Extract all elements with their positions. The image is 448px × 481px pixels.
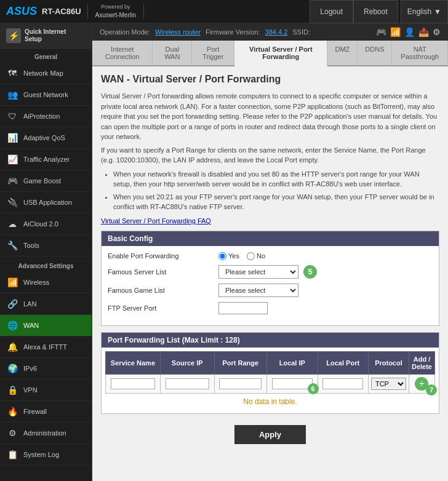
lan-icon: 🔗 [6,298,18,310]
sidebar-item-label: Administration [23,429,66,437]
sidebar-item-firewall[interactable]: 🔥 Firewall [0,401,92,423]
page-content: WAN - Virtual Server / Port Forwarding V… [92,66,448,456]
sidebar-item-usb-application[interactable]: 🔌 USB Application [0,192,92,213]
sidebar-item-game-boost[interactable]: 🎮 Game Boost [0,170,92,192]
gamepad-icon: 🎮 [376,27,386,37]
operation-mode-label: Operation Mode: [100,28,150,36]
wifi-icon: 📶 [390,27,401,37]
settings-icon: ⚙ [433,27,441,37]
sidebar-item-traffic-analyzer[interactable]: 📈 Traffic Analyzer [0,149,92,170]
apply-button-row: Apply [101,420,439,449]
no-radio-label[interactable]: No [247,252,265,260]
ssid-label: SSID: [292,28,310,36]
sidebar-item-wan[interactable]: 🌐 WAN [0,315,92,336]
famous-server-row: Famous Server List Please select 5 [108,265,433,279]
col-add-delete: Add /Delete [409,351,434,374]
main-content: Operation Mode: Wireless router Firmware… [92,23,448,481]
ftp-port-row: FTP Server Port 2021 [108,302,433,314]
famous-game-control: Please select [218,284,433,297]
aicloud-icon: ☁ [6,218,18,230]
sidebar-item-vpn[interactable]: 🔒 VPN [0,380,92,401]
topbar: Operation Mode: Wireless router Firmware… [92,23,448,41]
tab-virtual-server[interactable]: Virtual Server / Port Forwarding [234,41,327,66]
faq-link[interactable]: Virtual Server / Port Forwarding FAQ [101,217,439,225]
advanced-section-title: Advanced Settings [0,260,92,272]
sidebar-item-aiprotection[interactable]: 🛡 AiProtection [0,106,92,127]
yes-radio-label[interactable]: Yes [218,252,239,260]
no-radio[interactable] [247,252,255,260]
tab-ddns[interactable]: DDNS [358,41,392,65]
tab-dmz[interactable]: DMZ [327,41,358,65]
sidebar-item-label: AiProtection [23,113,60,120]
game-boost-icon: 🎮 [6,175,18,187]
local-ip-input[interactable]: 192.168.1.4 [272,378,313,389]
ipv6-icon: 🌍 [6,362,18,375]
guest-network-icon: 👥 [6,89,18,101]
sidebar-item-label: Network Map [23,70,63,77]
badge-5: 5 [303,265,317,279]
cell-protocol: TCP UDP BOTH [368,374,409,393]
sidebar-item-wireless[interactable]: 📶 Wireless [0,272,92,293]
port-range-input[interactable]: 80 [219,378,262,389]
sidebar-advanced-section: Advanced Settings 📶 Wireless 🔗 LAN 🌐 WAN… [0,258,92,467]
col-protocol: Protocol [368,351,409,374]
tab-port-trigger[interactable]: Port Trigger [192,41,234,65]
sidebar-item-quick-setup[interactable]: ⚡ Quick Internet Setup [0,23,92,49]
badge-6: 6 [308,383,319,394]
local-port-input[interactable] [322,378,363,389]
famous-server-label: Famous Server List [108,268,218,276]
famous-server-control: Please select 5 [218,265,433,279]
port-forwarding-section: Port Forwarding List (Max Limit : 128) S… [101,332,439,414]
sidebar-item-tools[interactable]: 🔧 Tools [0,235,92,256]
col-source-ip: Source IP [160,351,214,374]
service-name-input[interactable]: HTTP Server [111,378,155,389]
tab-nat-passthrough[interactable]: NAT Passthrough [392,41,448,65]
aiprotection-icon: 🛡 [6,110,18,122]
famous-game-select[interactable]: Please select [218,284,298,297]
tab-bar: Internet Connection Dual WAN Port Trigge… [92,41,448,66]
language-selector[interactable]: English ▼ [401,0,448,23]
sidebar-item-label: VPN [23,386,38,394]
yes-radio[interactable] [218,252,226,260]
sidebar-item-network-map[interactable]: 🗺 Network Map [0,63,92,84]
wan-icon: 🌐 [6,319,18,332]
administration-icon: ⚙ [6,427,18,439]
sidebar-item-adaptive-qos[interactable]: 📊 Adaptive QoS [0,127,92,149]
sidebar-item-system-log[interactable]: 📋 System Log [0,444,92,466]
source-ip-input[interactable] [166,378,209,389]
network-map-icon: 🗺 [6,67,18,79]
operation-mode-value[interactable]: Wireless router [155,28,201,36]
header: ASUS RT-AC86U Powered by Asuswrt-Merlin … [0,0,448,23]
asus-logo: ASUS [6,5,37,18]
basic-config-section: Basic Config Enable Port Forwarding Yes [101,231,439,326]
sidebar-item-label: Alexa & IFTTT [23,343,67,351]
sidebar-item-ipv6[interactable]: 🌍 IPv6 [0,358,92,380]
sidebar-item-alexa-ifttt[interactable]: 🔔 Alexa & IFTTT [0,336,92,358]
sidebar-item-administration[interactable]: ⚙ Administration [0,423,92,444]
adaptive-qos-icon: 📊 [6,132,18,144]
tab-dual-wan[interactable]: Dual WAN [153,41,192,65]
reboot-button[interactable]: Reboot [353,0,398,23]
topbar-icons: 🎮 📶 👤 📤 ⚙ [376,27,441,37]
quick-setup-label: Quick Internet Setup [25,28,66,43]
sidebar-item-label: Firewall [23,408,47,415]
sidebar-item-guest-network[interactable]: 👥 Guest Network [0,84,92,106]
general-section-title: General [0,51,92,63]
ftp-port-input[interactable]: 2021 [218,302,268,314]
col-local-ip: Local IP [267,351,318,374]
tab-internet-connection[interactable]: Internet Connection [92,41,153,65]
protocol-select[interactable]: TCP UDP BOTH [371,378,406,390]
famous-server-select[interactable]: Please select [218,265,298,279]
firmware-value[interactable]: 384.4.2 [265,28,288,36]
header-logo: ASUS RT-AC86U [0,5,87,18]
apply-button[interactable]: Apply [234,425,306,444]
table-row: HTTP Server 80 192.168.1.4 [106,374,435,393]
firmware-label: Firmware Version: [206,28,260,36]
col-local-port: Local Port [318,351,368,374]
sidebar-item-lan[interactable]: 🔗 LAN [0,293,92,315]
sidebar-item-label: IPv6 [23,365,37,372]
page-description: Virtual Server / Port forwarding allows … [101,91,439,212]
logout-button[interactable]: Logout [310,0,353,23]
sidebar-item-aicloud[interactable]: ☁ AiCloud 2.0 [0,213,92,235]
sidebar-item-label: USB Application [23,199,72,206]
